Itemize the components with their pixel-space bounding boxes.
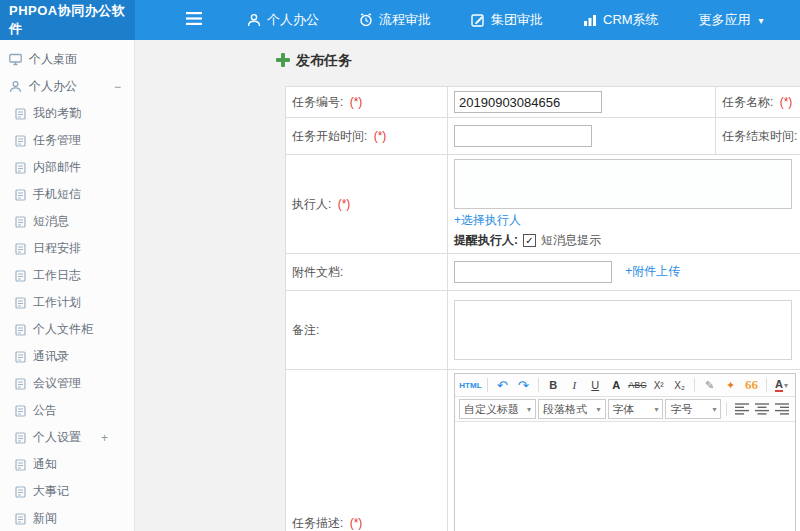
remark-label-cell: 备注: — [286, 291, 448, 370]
doc-icon — [15, 189, 26, 201]
caret-down-icon: ▾ — [597, 405, 601, 414]
sidebar-item-label: 会议管理 — [33, 375, 81, 392]
subscript-button[interactable]: X₂ — [670, 376, 689, 394]
task-name-label: 任务名称: — [722, 95, 773, 109]
sidebar-item-label: 我的考勤 — [33, 105, 81, 122]
expand-icon[interactable]: + — [101, 431, 108, 445]
required-mark: (*) — [350, 95, 363, 109]
doc-icon — [15, 108, 26, 120]
redo-icon[interactable]: ↷ — [514, 376, 533, 394]
sidebar-item-work-plan[interactable]: 工作计划 — [0, 289, 134, 316]
sidebar-item-schedule[interactable]: 日程安排 — [0, 235, 134, 262]
start-time-label: 任务开始时间: — [292, 129, 367, 143]
nav-item-label: 集团审批 — [491, 11, 543, 29]
sidebar-item-personal-office[interactable]: 个人办公 − — [0, 73, 134, 100]
end-time-label: 任务结束时间: — [722, 129, 797, 143]
start-time-label-cell: 任务开始时间: (*) — [286, 118, 448, 155]
executor-selection-box[interactable] — [454, 159, 792, 209]
underline-button[interactable]: U — [586, 376, 605, 394]
caret-down-icon: ▾ — [654, 405, 658, 414]
align-right-icon[interactable] — [773, 400, 791, 418]
user-icon — [9, 80, 22, 93]
doc-icon — [15, 378, 26, 390]
nav-group-approval[interactable]: 集团审批 — [451, 0, 563, 40]
sidebar-item-meeting[interactable]: 会议管理 — [0, 370, 134, 397]
remark-textarea[interactable] — [454, 300, 792, 360]
paragraph-format-select[interactable]: 段落格式 ▾ — [538, 399, 605, 419]
executor-label: 执行人: — [292, 197, 331, 211]
doc-icon — [15, 351, 26, 363]
task-number-input[interactable] — [454, 91, 602, 113]
nav-personal-office[interactable]: 个人办公 — [227, 0, 339, 40]
align-center-icon[interactable] — [753, 400, 771, 418]
font-button[interactable]: A — [607, 376, 626, 394]
sidebar-item-label: 任务管理 — [33, 132, 81, 149]
custom-heading-select[interactable]: 自定义标题 ▾ — [459, 399, 536, 419]
sidebar-item-notification[interactable]: 通知 — [0, 451, 134, 478]
required-mark: (*) — [350, 516, 363, 530]
sidebar-item-task-management[interactable]: 任务管理 — [0, 127, 134, 154]
sidebar-item-announcement[interactable]: 公告 — [0, 397, 134, 424]
sidebar-item-label: 新闻 — [33, 510, 57, 527]
sidebar-item-work-log[interactable]: 工作日志 — [0, 262, 134, 289]
nav-crm-system[interactable]: CRM系统 — [563, 0, 679, 40]
doc-icon — [15, 297, 26, 309]
sidebar-item-label: 日程安排 — [33, 240, 81, 257]
sidebar-item-label: 工作计划 — [33, 294, 81, 311]
sidebar-item-attendance[interactable]: 我的考勤 — [0, 100, 134, 127]
nav-item-label: 流程审批 — [379, 11, 431, 29]
format-brush-icon[interactable]: ✎ — [700, 376, 719, 394]
executor-label-cell: 执行人: (*) — [286, 155, 448, 254]
attachment-upload-link[interactable]: +附件上传 — [625, 264, 680, 278]
sidebar-item-milestones[interactable]: 大事记 — [0, 478, 134, 505]
nav-process-approval[interactable]: 流程审批 — [339, 0, 451, 40]
italic-button[interactable]: I — [565, 376, 584, 394]
superscript-button[interactable]: X² — [649, 376, 668, 394]
sidebar-item-mobile-sms[interactable]: 手机短信 — [0, 181, 134, 208]
sidebar-item-news[interactable]: 新闻 — [0, 505, 134, 531]
form-row-task-number: 任务编号: (*) 任务名称: (*) — [286, 87, 800, 118]
editor-toolbar-row1: HTML ↶ ↷ B I U A ABC X² X₂ ✎ ✦ 66 — [455, 374, 795, 397]
choose-executor-link[interactable]: +选择执行人 — [454, 213, 521, 227]
caret-down-icon: ▾ — [784, 381, 788, 390]
attachment-input[interactable] — [454, 261, 612, 283]
align-left-icon[interactable] — [732, 400, 750, 418]
description-field-cell: HTML ↶ ↷ B I U A ABC X² X₂ ✎ ✦ 66 — [448, 370, 800, 531]
strikethrough-button[interactable]: ABC — [628, 376, 647, 394]
bold-button[interactable]: B — [544, 376, 563, 394]
start-time-field-cell — [448, 118, 716, 155]
sidebar-item-short-message[interactable]: 短消息 — [0, 208, 134, 235]
nav-item-label: 更多应用 — [699, 11, 751, 29]
bar-chart-icon — [583, 13, 597, 27]
sidebar-item-personal-settings[interactable]: 个人设置 + — [0, 424, 134, 451]
doc-icon — [15, 243, 26, 255]
sidebar-item-label: 个人设置 — [33, 429, 81, 446]
menu-toggle-button[interactable] — [185, 0, 203, 40]
top-nav: 个人办公 流程审批 集团审批 CRM系统 更多应用 ▾ — [227, 0, 784, 40]
form-row-attachment: 附件文档: +附件上传 — [286, 254, 800, 291]
highlight-icon[interactable]: ✦ — [721, 376, 740, 394]
doc-icon — [15, 270, 26, 282]
sidebar-item-internal-mail[interactable]: 内部邮件 — [0, 154, 134, 181]
attachment-label-cell: 附件文档: — [286, 254, 448, 291]
sidebar-item-desktop[interactable]: 个人桌面 — [0, 46, 134, 73]
font-size-select[interactable]: 字号 ▾ — [665, 399, 721, 419]
html-source-button[interactable]: HTML — [459, 376, 482, 394]
collapse-icon[interactable]: − — [114, 80, 121, 94]
sms-remind-checkbox[interactable]: ✓ — [523, 234, 536, 247]
doc-icon — [15, 486, 26, 498]
blockquote-button[interactable]: 66 — [742, 376, 761, 394]
start-time-input[interactable] — [454, 125, 592, 147]
editor-content-area[interactable] — [455, 422, 795, 531]
font-family-select[interactable]: 字体 ▾ — [608, 399, 664, 419]
doc-icon — [15, 432, 26, 444]
sidebar-item-contacts[interactable]: 通讯录 — [0, 343, 134, 370]
font-color-button[interactable]: A ▾ — [772, 376, 791, 394]
required-mark: (*) — [780, 95, 793, 109]
sidebar-item-file-cabinet[interactable]: 个人文件柜 — [0, 316, 134, 343]
rich-text-editor: HTML ↶ ↷ B I U A ABC X² X₂ ✎ ✦ 66 — [454, 373, 796, 531]
nav-more-apps[interactable]: 更多应用 ▾ — [679, 0, 784, 40]
page-title: 发布任务 — [296, 52, 352, 70]
undo-icon[interactable]: ↶ — [493, 376, 512, 394]
publish-task-form: 任务编号: (*) 任务名称: (*) 任务开始时间: (*) 任务结束时间: … — [285, 86, 800, 531]
